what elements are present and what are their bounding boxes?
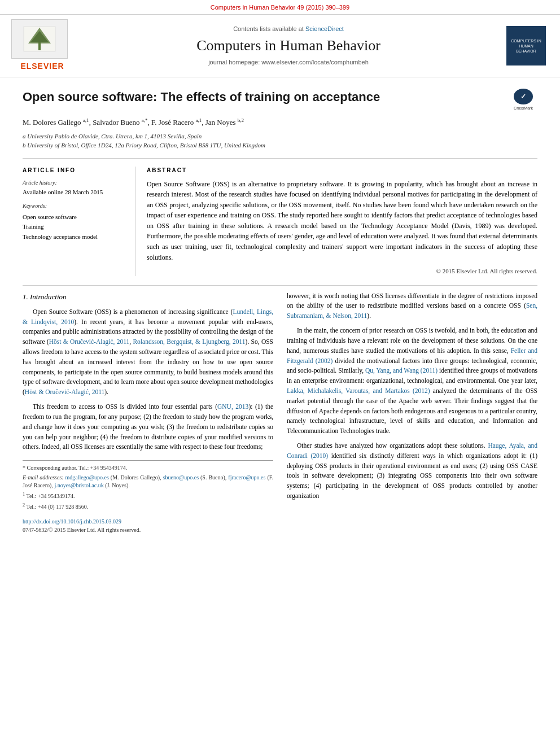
footnotes-area: * Corresponding author. Tel.: +34 954349… <box>23 460 273 535</box>
ref-rolandsson[interactable]: Rolandsson, Bergquist, & Ljungberg, 2011 <box>133 338 245 345</box>
section1-para1: Open Source Software (OSS) is a phenomen… <box>23 307 273 397</box>
ref-lundell[interactable]: Lundell, Lings, & Lindqvist, 2010 <box>23 308 273 325</box>
body-columns: 1. Introduction Open Source Software (OS… <box>23 291 537 535</box>
journal-header: ELSEVIER Contents lists available at Sci… <box>0 14 560 77</box>
section1-para2: This freedom to access to OSS is divided… <box>23 402 273 452</box>
keyword-2: Training <box>23 222 126 232</box>
copyright-line: © 2015 Elsevier Ltd. All rights reserved… <box>147 267 537 276</box>
keyword-1: Open source software <box>23 212 126 222</box>
affiliations: a University Pablo de Olavide, Ctra. Utr… <box>23 132 537 150</box>
doi-link[interactable]: http://dx.doi.org/10.1016/j.chb.2015.03.… <box>23 518 121 525</box>
footnote-emails: E-mail addresses: mdgallego@upo.es (M. D… <box>23 474 273 490</box>
section1-para4: In the main, the concern of prior resear… <box>287 326 537 436</box>
article-info-abstract-section: ARTICLE INFO Article history: Available … <box>23 158 537 276</box>
history-label: Article history: <box>23 179 126 187</box>
section1-para3: however, it is worth noting that OSS lic… <box>287 291 537 321</box>
issn-line: 0747-5632/© 2015 Elsevier Ltd. All right… <box>23 526 273 535</box>
doi-line: http://dx.doi.org/10.1016/j.chb.2015.03.… <box>23 517 273 526</box>
homepage-line: journal homepage: www.elsevier.com/locat… <box>79 58 498 67</box>
email-bueno[interactable]: sbueno@upo.es <box>163 474 199 480</box>
journal-reference-bar: Computers in Human Behavior 49 (2015) 39… <box>0 0 560 14</box>
journal-cover-text: COMPUTERS IN HUMAN BEHAVIOR <box>509 38 544 54</box>
elsevier-logo-area: ELSEVIER <box>11 19 73 72</box>
journal-ref-text: Computers in Human Behavior 49 (2015) 39… <box>211 4 349 11</box>
section1-heading: 1. Introduction <box>23 291 273 303</box>
abstract-heading: ABSTRACT <box>147 167 537 174</box>
article-title: Open source software: The effects of tra… <box>23 89 498 106</box>
article-main: Open source software: The effects of tra… <box>0 77 560 546</box>
crossmark-label: CrossMark <box>514 106 533 111</box>
email-racero[interactable]: fjracero@upo.es <box>228 474 265 480</box>
journal-title: Computers in Human Behavior <box>79 36 498 56</box>
ref-hauge[interactable]: Hauge, Ayala, and Conradi (2010) <box>287 442 537 459</box>
section1-para5: Other studies have analyzed how organiza… <box>287 441 537 501</box>
footnote-corresponding: * Corresponding author. Tel.: +34 954349… <box>23 464 273 472</box>
affiliation-b: b University of Bristol, Office 1D24, 12… <box>23 141 537 150</box>
abstract-panel: ABSTRACT Open Source Software (OSS) is a… <box>147 167 537 276</box>
abstract-text: Open Source Software (OSS) is an alterna… <box>147 179 537 263</box>
ref-feller[interactable]: Feller and Fitzgerald (2002) <box>287 347 537 364</box>
keywords-label: Keywords: <box>23 202 126 210</box>
email-gallego[interactable]: mdgallego@upo.es <box>65 474 109 480</box>
ref-sen[interactable]: Sen, Subramaniam, & Nelson, 2011 <box>287 302 537 319</box>
journal-cover-box: COMPUTERS IN HUMAN BEHAVIOR <box>506 26 546 65</box>
ref-qu[interactable]: Qu, Yang, and Wang (2011) <box>365 367 438 374</box>
authors-line: M. Dolores Gallego a,1, Salvador Bueno a… <box>23 117 537 128</box>
available-online: Available online 28 March 2015 <box>23 188 126 196</box>
elsevier-tree-logo <box>11 19 68 59</box>
email-noyes[interactable]: j.noyes@bristol.ac.uk <box>54 482 103 488</box>
ref-host2[interactable]: Höst & Oručević-Alagić, 2011 <box>25 388 104 395</box>
crossmark-logo: ✓ CrossMark <box>509 89 537 111</box>
ref-host1[interactable]: Höst & Oručević-Alagić, 2011 <box>49 338 130 345</box>
crossmark-icon: ✓ <box>514 89 533 104</box>
contents-available-line: Contents lists available at ScienceDirec… <box>79 25 498 33</box>
ref-gnu[interactable]: GNU, 2013 <box>217 403 248 410</box>
journal-cover-logo: COMPUTERS IN HUMAN BEHAVIOR <box>504 26 549 65</box>
elsevier-tree-icon <box>23 25 56 53</box>
svg-rect-1 <box>38 42 41 50</box>
elsevier-wordmark: ELSEVIER <box>11 61 73 72</box>
keyword-3: Technology acceptance model <box>23 232 126 242</box>
footnote-tel2: 2 Tel.: +44 (0) 117 928 8560. <box>23 502 273 511</box>
journal-center-info: Contents lists available at ScienceDirec… <box>79 25 498 67</box>
body-column-right: however, it is worth noting that OSS lic… <box>287 291 537 535</box>
footnote-tel1: 1 Tel.: +34 954349174. <box>23 491 273 500</box>
ref-lakka[interactable]: Lakka, Michalakelis, Varoutas, and Marta… <box>287 387 430 394</box>
article-info-heading: ARTICLE INFO <box>23 167 126 174</box>
affiliation-a: a University Pablo de Olavide, Ctra. Utr… <box>23 132 537 141</box>
sciencedirect-link[interactable]: ScienceDirect <box>305 25 344 32</box>
body-column-left: 1. Introduction Open Source Software (OS… <box>23 291 273 535</box>
article-title-section: Open source software: The effects of tra… <box>23 89 537 111</box>
article-info-panel: ARTICLE INFO Article history: Available … <box>23 167 135 276</box>
contents-label: Contents lists available at <box>233 25 304 32</box>
section1-number: 1. <box>23 292 30 301</box>
section-divider <box>23 285 537 286</box>
